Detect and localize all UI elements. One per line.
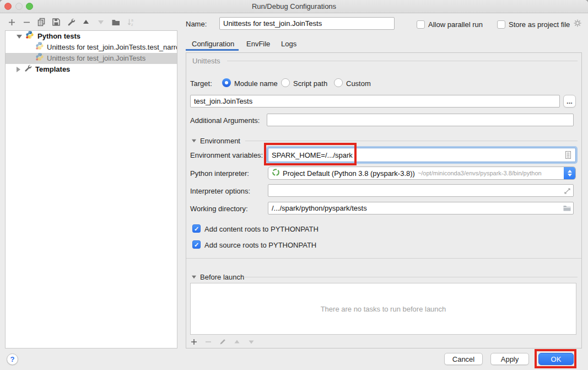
task-move-up-icon	[232, 337, 242, 347]
add-content-roots-label: Add content roots to PYTHONPATH	[204, 225, 319, 233]
target-script-path-radio[interactable]	[281, 78, 290, 87]
dropdown-stepper-icon[interactable]	[564, 167, 575, 180]
active-tab-underline	[186, 49, 239, 51]
python-test-icon	[35, 41, 44, 53]
annotation-highlight-env-vars	[264, 143, 357, 165]
title-bar: Run/Debug Configurations	[0, 0, 588, 13]
add-icon[interactable]	[7, 17, 17, 27]
cancel-button[interactable]: Cancel	[444, 353, 483, 365]
wrench-icon	[24, 64, 32, 76]
help-button[interactable]: ?	[7, 353, 18, 365]
add-content-roots-checkbox[interactable]: ✓	[192, 224, 201, 233]
conda-env-icon	[272, 168, 280, 178]
task-move-down-icon	[246, 337, 256, 347]
tree-item-unittests-test-narrow[interactable]: Unittests for test_join.JoinTests.test_n…	[6, 42, 177, 53]
remove-task-icon	[203, 337, 213, 347]
run-debug-configurations-dialog: Run/Debug Configurations az Python tests…	[0, 0, 588, 370]
store-as-project-file-checkbox[interactable]	[497, 20, 505, 29]
before-launch-line	[244, 277, 578, 277]
edit-task-icon	[218, 337, 228, 347]
interpreter-name: Project Default (Python 3.8 (pyspark-3.8…	[283, 169, 415, 178]
configurations-toolbar: az	[7, 17, 136, 27]
svg-text:z: z	[131, 23, 133, 26]
additional-arguments-label: Additional Arguments:	[190, 116, 260, 125]
tree-item-unittests-jointests-selected[interactable]: Unittests for test_join.JoinTests	[6, 53, 177, 64]
allow-parallel-run-label: Allow parallel run	[428, 20, 483, 29]
module-name-input[interactable]	[190, 95, 560, 108]
environment-variables-label: Environment variables:	[190, 151, 263, 159]
tab-configuration[interactable]: Configuration	[192, 40, 234, 48]
move-down-icon	[96, 17, 106, 27]
zoom-window-button[interactable]	[26, 3, 33, 10]
allow-parallel-run-checkbox[interactable]	[417, 20, 425, 29]
additional-arguments-input[interactable]	[267, 114, 574, 126]
name-input[interactable]	[219, 17, 395, 30]
tree-item-label: Unittests for test_join.JoinTests	[47, 53, 145, 64]
python-interpreter-label: Python interpreter:	[190, 169, 249, 178]
new-folder-icon[interactable]	[111, 17, 121, 27]
unittests-group-label: Unittests	[192, 57, 220, 65]
python-test-icon	[35, 52, 44, 65]
chevron-right-icon[interactable]	[17, 67, 20, 72]
store-as-project-file-label: Store as project file	[509, 20, 570, 29]
save-icon[interactable]	[51, 17, 61, 27]
target-module-name-radio[interactable]	[222, 78, 231, 87]
target-label: Target:	[190, 79, 212, 88]
interpreter-path: ~/opt/miniconda3/envs/pyspark-3.8/bin/py…	[418, 170, 561, 176]
name-label: Name:	[186, 20, 207, 28]
sort-alphabetically-icon: az	[126, 17, 136, 27]
add-task-icon[interactable]	[189, 337, 199, 347]
gear-icon[interactable]	[573, 19, 582, 30]
window-title: Run/Debug Configurations	[0, 0, 588, 13]
before-launch-label: Before launch	[200, 273, 244, 281]
panel-divider	[186, 258, 581, 259]
tab-logs[interactable]: Logs	[281, 40, 296, 48]
unittests-group-line	[227, 61, 578, 61]
target-custom-label: Custom	[346, 79, 371, 88]
minimize-window-button	[15, 3, 23, 10]
chevron-down-icon[interactable]	[17, 35, 22, 39]
environment-group-label: Environment	[200, 137, 240, 145]
target-script-path-label: Script path	[293, 79, 327, 88]
before-launch-empty-text: There are no tasks to run before launch	[321, 305, 446, 313]
tree-item-templates[interactable]: Templates	[6, 64, 177, 75]
tab-envfile[interactable]: EnvFile	[246, 40, 270, 48]
configurations-tree: Python tests Unittests for test_join.Joi…	[5, 30, 177, 348]
environment-collapse-icon[interactable]	[192, 140, 196, 143]
before-launch-collapse-icon[interactable]	[192, 276, 196, 279]
interpreter-options-input[interactable]	[268, 184, 574, 197]
tree-item-label: Unittests for test_join.JoinTests.test_n…	[47, 42, 177, 53]
remove-icon[interactable]	[21, 17, 31, 27]
before-launch-toolbar	[189, 337, 256, 347]
python-tests-icon	[25, 30, 34, 42]
environment-group-line	[245, 141, 578, 141]
add-source-roots-label: Add source roots to PYTHONPATH	[204, 241, 316, 249]
browse-module-button[interactable]: ...	[563, 95, 576, 108]
tree-item-python-tests[interactable]: Python tests	[6, 31, 177, 42]
tree-item-label: Python tests	[37, 31, 80, 42]
env-list-icon[interactable]	[564, 151, 572, 162]
tree-item-label: Templates	[35, 64, 70, 75]
before-launch-task-list: There are no tasks to run before launch	[190, 283, 576, 335]
add-source-roots-checkbox[interactable]: ✓	[192, 240, 201, 249]
working-directory-input[interactable]	[268, 202, 574, 215]
target-custom-radio[interactable]	[334, 78, 343, 87]
python-interpreter-select[interactable]: Project Default (Python 3.8 (pyspark-3.8…	[268, 167, 576, 180]
target-module-name-label: Module name	[234, 79, 278, 88]
close-window-button[interactable]	[4, 3, 12, 10]
working-directory-label: Working directory:	[190, 205, 248, 213]
svg-text:a: a	[131, 18, 133, 22]
apply-button[interactable]: Apply	[490, 353, 529, 365]
interpreter-options-label: Interpreter options:	[190, 187, 250, 195]
move-up-icon[interactable]	[81, 17, 91, 27]
expand-icon[interactable]	[564, 187, 571, 197]
copy-icon[interactable]	[36, 17, 46, 27]
folder-icon[interactable]	[563, 204, 571, 214]
edit-templates-icon[interactable]	[66, 17, 76, 27]
annotation-highlight-ok	[535, 349, 576, 368]
